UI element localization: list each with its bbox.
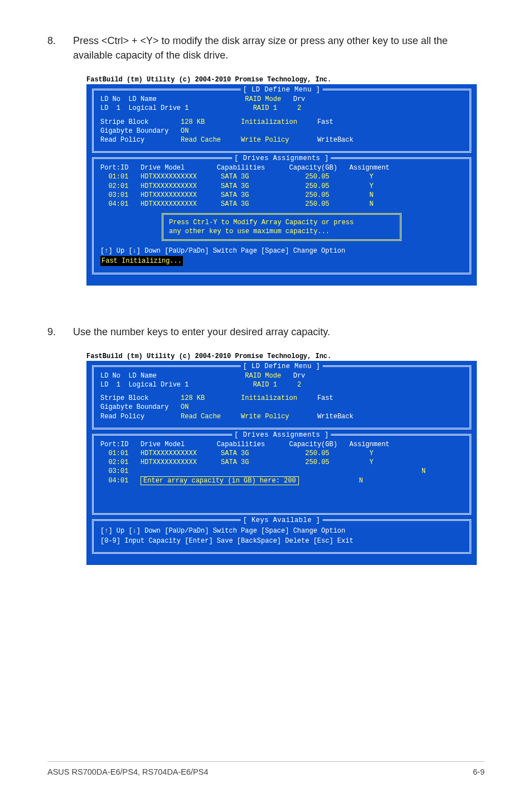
ld-row-1: LD 1 Logical Drive 1 RAID 1 2 [100, 380, 463, 389]
bios-title: FastBuild (tm) Utility (c) 2004-2010 Pro… [86, 76, 485, 84]
read-policy-row: Read Policy Read Cache Write Policy Writ… [100, 412, 463, 421]
box-title-define: LD Define Menu [241, 362, 323, 371]
confirm-modal[interactable]: Press Ctrl-Y to Modify Array Capacity or… [162, 213, 402, 241]
drives-box: Drives Assignments Port:ID Drive Model C… [92, 157, 471, 274]
status-initializing: Fast Initializing... [100, 256, 183, 266]
gigabyte-boundary-row: Gigabyte Boundary ON [100, 127, 463, 136]
ld-header-row: LD No LD Name RAID Mode Drv [100, 371, 463, 380]
keys-line-1: [↑] Up [↓] Down [PaUp/PaDn] Switch Page … [100, 526, 463, 535]
ld-row-1: LD 1 Logical Drive 1 RAID 1 2 [100, 104, 463, 113]
drive-row: 03:01 HDTXXXXXXXXXXX SATA 3G 250.05 N [100, 191, 463, 200]
keys-line: [↑] Up [↓] Down [PaUp/PaDn] Switch Page … [100, 247, 463, 255]
drive-row: 04:01 Enter array capacity (in GB) here:… [100, 476, 463, 485]
modal-line1: Press Ctrl-Y to Modify Array Capacity or… [169, 218, 394, 227]
keys-box: Keys Available [↑] Up [↓] Down [PaUp/PaD… [92, 519, 471, 554]
box-title-drives: Drives Assignments [232, 154, 331, 163]
footer-page: 6-9 [473, 767, 485, 776]
drive-row: 01:01 HDTXXXXXXXXXXX SATA 3G 250.05 Y [100, 172, 463, 181]
capacity-input[interactable]: Enter array capacity (in GB) here: 200 [141, 476, 299, 485]
box-title-define: LD Define Menu [241, 85, 323, 94]
step-text: Use the number keys to enter your desire… [73, 325, 485, 339]
ld-define-box: LD Define Menu LD No LD Name RAID Mode D… [92, 365, 471, 429]
drive-row: 01:01 HDTXXXXXXXXXXX SATA 3G 250.05 Y [100, 449, 463, 458]
drive-row: 02:01 HDTXXXXXXXXXXX SATA 3G 250.05 Y [100, 458, 463, 467]
instruction-step-8: 8. Press <Ctrl> + <Y> to modify the disk… [47, 33, 485, 62]
page-footer: ASUS RS700DA-E6/PS4, RS704DA-E6/PS4 6-9 [47, 761, 485, 776]
drives-box: Drives Assignments Port:ID Drive Model C… [92, 434, 471, 515]
instruction-step-9: 9. Use the number keys to enter your des… [47, 325, 485, 339]
bios-block-9: FastBuild (tm) Utility (c) 2004-2010 Pro… [47, 352, 485, 565]
read-policy-row: Read Policy Read Cache Write Policy Writ… [100, 136, 463, 144]
drives-header: Port:ID Drive Model Capabilities Capacit… [100, 440, 463, 449]
stripe-block-row: Stripe Block 128 KB Initialization Fast [100, 394, 463, 403]
drives-header: Port:ID Drive Model Capabilities Capacit… [100, 163, 463, 172]
ld-header-row: LD No LD Name RAID Mode Drv [100, 95, 463, 104]
bios-screen: LD Define Menu LD No LD Name RAID Mode D… [86, 84, 477, 286]
step-number: 9. [47, 325, 57, 339]
bios-screen: LD Define Menu LD No LD Name RAID Mode D… [86, 361, 477, 565]
drive-row: 02:01 HDTXXXXXXXXXXX SATA 3G 250.05 Y [100, 182, 463, 191]
keys-line-2: [0-9] Input Capacity [Enter] Save [BackS… [100, 537, 463, 545]
drive-row: 03:01 N [100, 467, 463, 476]
drive-row: 04:01 HDTXXXXXXXXXXX SATA 3G 250.05 N [100, 200, 463, 209]
step-text: Press <Ctrl> + <Y> to modify the disk ar… [73, 33, 485, 62]
ld-define-box: LD Define Menu LD No LD Name RAID Mode D… [92, 89, 471, 153]
bios-title: FastBuild (tm) Utility (c) 2004-2010 Pro… [86, 352, 485, 360]
modal-line2: any other key to use maximum capacity... [169, 227, 394, 236]
stripe-block-row: Stripe Block 128 KB Initialization Fast [100, 118, 463, 127]
gigabyte-boundary-row: Gigabyte Boundary ON [100, 403, 463, 412]
footer-left: ASUS RS700DA-E6/PS4, RS704DA-E6/PS4 [47, 767, 209, 776]
box-title-keys: Keys Available [241, 516, 323, 525]
bios-block-8: FastBuild (tm) Utility (c) 2004-2010 Pro… [47, 76, 485, 286]
box-title-drives: Drives Assignments [232, 431, 331, 439]
step-number: 8. [47, 33, 57, 62]
